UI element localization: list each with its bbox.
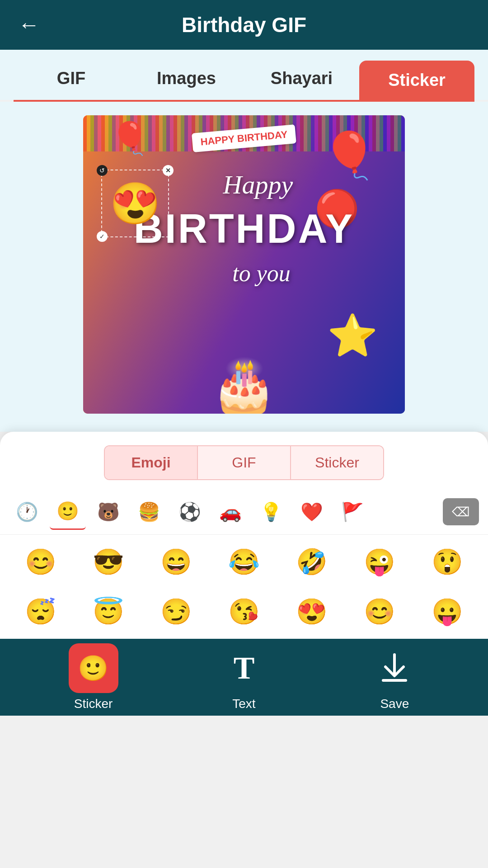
sticker-overlay[interactable]: 😍 ↺ ✕ ✓: [101, 170, 169, 237]
cat-symbols[interactable]: ❤️: [294, 494, 330, 530]
save-nav-icon: [370, 643, 419, 693]
cat-objects[interactable]: 💡: [253, 494, 289, 530]
canvas-area: HAPPY BIRTHDAY 🎈 🎈 🔴 ⭐ Happy BIRTHDAY to…: [0, 102, 488, 432]
cat-food[interactable]: 🍔: [131, 494, 167, 530]
bottom-panel: Emoji GIF Sticker 🕐 🙂 🐻 🍔 ⚽ 🚗 💡 ❤️ 🚩 ⌫ 😊…: [0, 432, 488, 639]
selector-tabs: Emoji GIF Sticker: [104, 445, 384, 480]
card-text-happy: Happy: [223, 170, 293, 200]
nav-sticker[interactable]: 🙂 Sticker: [69, 643, 118, 711]
nav-sticker-label: Sticker: [74, 697, 113, 711]
tabs-container: GIF Images Shayari Sticker: [0, 50, 488, 100]
header-title: Birthday GIF: [182, 13, 306, 37]
emoji-categories: 🕐 🙂 🐻 🍔 ⚽ 🚗 💡 ❤️ 🚩 ⌫: [0, 489, 488, 535]
emoji-cell[interactable]: 😘: [212, 589, 276, 634]
emoji-cell[interactable]: 🤣: [280, 539, 343, 585]
header: ← Birthday GIF: [0, 0, 488, 50]
emoji-cell[interactable]: 😊: [348, 589, 411, 634]
emoji-cell[interactable]: 😂: [212, 539, 276, 585]
tab-images[interactable]: Images: [129, 59, 244, 100]
sticker-handle-delete[interactable]: ✕: [163, 165, 174, 176]
sticker-handle-rotate[interactable]: ↺: [97, 165, 108, 176]
back-button[interactable]: ←: [18, 14, 40, 36]
cat-recent[interactable]: 🕐: [9, 494, 45, 530]
birthday-card: HAPPY BIRTHDAY 🎈 🎈 🔴 ⭐ Happy BIRTHDAY to…: [83, 115, 405, 414]
balloon-star: ⭐: [327, 312, 378, 359]
tab-gif[interactable]: GIF: [14, 59, 129, 100]
emoji-cell[interactable]: 😴: [9, 589, 72, 634]
nav-save[interactable]: Save: [370, 643, 419, 711]
emoji-cell[interactable]: 😍: [280, 589, 343, 634]
bottom-nav: 🙂 Sticker T Text Save: [0, 639, 488, 716]
emoji-cell[interactable]: 😛: [416, 589, 479, 634]
delete-emoji-button[interactable]: ⌫: [443, 498, 479, 525]
nav-save-label: Save: [380, 697, 409, 711]
cat-flags[interactable]: 🚩: [334, 494, 371, 530]
emoji-cell[interactable]: 😏: [145, 589, 208, 634]
emoji-cell[interactable]: 😲: [416, 539, 479, 585]
tab-sticker[interactable]: Sticker: [359, 61, 474, 100]
nav-text[interactable]: T Text: [219, 643, 269, 711]
tab-shayari[interactable]: Shayari: [244, 59, 359, 100]
balloon-gold: 🎈: [321, 129, 378, 182]
cat-travel[interactable]: 🚗: [212, 494, 249, 530]
emoji-cell[interactable]: 😜: [348, 539, 411, 585]
sticker-handle-confirm[interactable]: ✓: [97, 231, 108, 242]
image-canvas[interactable]: HAPPY BIRTHDAY 🎈 🎈 🔴 ⭐ Happy BIRTHDAY to…: [83, 115, 405, 414]
sticker-box: 😍 ↺ ✕ ✓: [101, 170, 169, 237]
selector-tab-emoji[interactable]: Emoji: [105, 446, 198, 479]
balloon-green: 🎈: [110, 120, 150, 157]
emoji-cell[interactable]: 😄: [145, 539, 208, 585]
sticker-nav-icon: 🙂: [69, 643, 118, 693]
nav-text-label: Text: [232, 697, 255, 711]
card-text-toyou: to you: [232, 260, 291, 287]
cat-animals[interactable]: 🐻: [90, 494, 127, 530]
emoji-cell[interactable]: 😇: [77, 589, 140, 634]
text-nav-icon: T: [219, 643, 269, 693]
selector-tab-sticker[interactable]: Sticker: [291, 446, 383, 479]
selector-tab-gif[interactable]: GIF: [198, 446, 291, 479]
emoji-grid: 😊 😎 😄 😂 🤣 😜 😲 😴 😇 😏 😘 😍 😊 😛: [0, 535, 488, 639]
cat-smileys[interactable]: 🙂: [50, 494, 86, 530]
emoji-cell[interactable]: 😎: [77, 539, 140, 585]
cake: 🎂: [210, 359, 278, 414]
cat-sports[interactable]: ⚽: [172, 494, 208, 530]
sticker-emoji: 😍: [110, 183, 160, 224]
emoji-cell[interactable]: 😊: [9, 539, 72, 585]
